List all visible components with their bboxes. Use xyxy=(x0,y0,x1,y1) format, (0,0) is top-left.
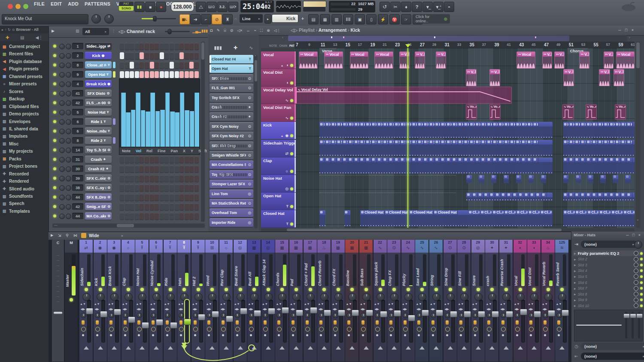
strip-updown-icon[interactable]: ▲▼ xyxy=(191,302,198,305)
mixer-strip-ride[interactable]: 7ŦRide▲▼◀▶ xyxy=(164,240,177,362)
strip-led[interactable] xyxy=(560,288,564,291)
rack-filter-dropdown[interactable]: All ▸ xyxy=(82,28,109,35)
step-cell[interactable] xyxy=(185,184,189,191)
channel-volume-knob[interactable] xyxy=(66,72,71,78)
strip-led[interactable] xyxy=(449,288,452,291)
step-cell[interactable] xyxy=(164,194,169,201)
strip-updown-icon[interactable]: ▲▼ xyxy=(374,302,380,305)
step-cell[interactable] xyxy=(135,71,139,78)
step-cell[interactable] xyxy=(130,43,134,50)
mixer-layout-label[interactable]: Wide xyxy=(89,233,99,238)
channel-enable-led[interactable] xyxy=(53,158,56,161)
strip-fader-track[interactable] xyxy=(451,300,455,343)
step-cell[interactable] xyxy=(170,71,174,78)
graph-tab-x[interactable]: X xyxy=(180,148,188,154)
strip-clock-icon[interactable] xyxy=(487,327,492,332)
mixer-strip-reverb-send[interactable]: 125≋Reverb Send▲▼◀▶ xyxy=(555,240,569,362)
strip-fader-track[interactable] xyxy=(423,300,427,343)
browser-button[interactable]: ▣ xyxy=(355,14,365,24)
track-arrow-icon[interactable]: ▲ xyxy=(281,64,283,67)
strip-updown-icon[interactable]: ▲▼ xyxy=(79,302,86,305)
step-cell[interactable] xyxy=(189,175,194,182)
strip-pan-icon[interactable]: ◀▶ xyxy=(122,308,128,311)
timeline-bar-number[interactable]: 45 xyxy=(532,42,535,47)
pattern-clip[interactable]: ⊟Sid..2⊟Sid..2⊟Sid..2⊟Sid..2⊟Sid..2⊟Sid.… xyxy=(563,140,635,156)
route-arrow-icon[interactable] xyxy=(349,346,355,350)
track-led[interactable] xyxy=(290,81,293,84)
shuffle-slider-handle[interactable] xyxy=(153,16,157,21)
strip-name[interactable]: Rev Clap xyxy=(220,254,225,286)
tools-button[interactable]: ♈ xyxy=(389,14,400,24)
strip-pan-icon[interactable]: ◀▶ xyxy=(304,308,310,311)
mixer-strip-sine-fill[interactable]: 28⊙Sine Fill▲▼◀▶ xyxy=(457,240,471,362)
strip-led[interactable] xyxy=(392,288,396,291)
step-cell[interactable] xyxy=(189,213,194,220)
slice-tool-icon[interactable]: ⌁ xyxy=(254,28,256,33)
channel-enable-led[interactable] xyxy=(53,130,56,133)
step-cell[interactable] xyxy=(125,166,129,172)
timeline-bar-number[interactable]: 55 xyxy=(594,42,598,47)
pattern-clip[interactable]: ⊟ xyxy=(344,210,350,226)
step-cell[interactable] xyxy=(194,194,199,201)
timeline-bar-number[interactable]: 51 xyxy=(569,42,574,47)
route-arrow-icon[interactable] xyxy=(308,346,313,350)
browser-item-mixer-presets[interactable]: ≡Mixer presets xyxy=(2,80,48,87)
channel-volume-knob[interactable] xyxy=(66,138,71,144)
playlist-button[interactable]: ▤ xyxy=(308,14,319,24)
audio-clip[interactable]: ↦V..l xyxy=(542,51,553,69)
menu-patterns[interactable]: PATTERNS xyxy=(82,0,113,8)
step-cell[interactable] xyxy=(160,213,164,220)
strip-led[interactable] xyxy=(239,288,242,291)
strip-led[interactable] xyxy=(407,288,410,291)
strip-updown-icon[interactable]: ▲▼ xyxy=(513,302,520,305)
strip-name[interactable]: Sine Drop xyxy=(444,254,450,286)
step-cell[interactable] xyxy=(130,71,134,78)
channel-pan-knob[interactable] xyxy=(59,44,65,49)
channel-volume-knob[interactable] xyxy=(66,100,71,106)
step-cell[interactable] xyxy=(185,156,189,163)
slot-arrow-icon[interactable]: ▶ xyxy=(573,287,576,290)
browser-item-envelopes[interactable]: ▥Envelopes xyxy=(2,118,48,125)
slot-name[interactable]: Slot 2 xyxy=(578,257,632,261)
strip-pan-knob[interactable] xyxy=(151,313,156,318)
mixer-button[interactable]: ǁǀǁ xyxy=(343,14,353,24)
browser-item-templates[interactable]: ▥Templates xyxy=(2,208,48,215)
picker-item-overhead-tom[interactable]: Overhead Tom◎ xyxy=(210,208,253,217)
timeline-bar-number[interactable]: 39 xyxy=(494,42,499,47)
track-led[interactable] xyxy=(290,152,293,155)
route-arrow-icon[interactable] xyxy=(448,346,453,350)
step-cell[interactable] xyxy=(189,62,194,69)
strip-updown-icon[interactable]: ▲▼ xyxy=(234,302,240,305)
pattern-clip[interactable]: ⊟⊟⊟⊟⊟⊟⊟⊟⊟⊟⊟⊟ xyxy=(563,157,635,174)
picker-item-crash-2[interactable]: Crash #2✦ xyxy=(210,112,253,121)
route-arrow-icon[interactable] xyxy=(112,346,117,350)
step-cell[interactable] xyxy=(135,184,139,191)
mixer-strip-rev-clap[interactable]: 11☼Rev Clap▲▼◀▶ xyxy=(219,240,233,362)
step-cell[interactable] xyxy=(155,175,159,182)
channel-volume-knob[interactable] xyxy=(66,119,71,125)
step-cell[interactable] xyxy=(125,194,129,201)
slot-mix-knob[interactable] xyxy=(634,268,638,273)
slot-enable-led[interactable] xyxy=(640,281,643,284)
strip-fader-track[interactable] xyxy=(493,300,497,343)
strip-name[interactable]: Kick xyxy=(94,254,100,286)
velocity-bar[interactable] xyxy=(121,93,126,147)
pencil-icon[interactable]: ✎ xyxy=(217,28,220,33)
audio-clip[interactable]: ↦V..l xyxy=(554,51,565,69)
graph-tab-note[interactable]: Note xyxy=(119,148,133,154)
pattern-mini-clip[interactable]: ⊟ xyxy=(466,175,471,183)
strip-clock-icon[interactable] xyxy=(501,327,506,332)
rack-menu-icon[interactable]: ▶ xyxy=(52,29,55,33)
add-pattern-icon[interactable]: + xyxy=(300,15,306,21)
velocity-bar[interactable] xyxy=(155,111,160,147)
timeline-bar-number[interactable]: 57 xyxy=(606,42,610,47)
channel-volume-knob[interactable] xyxy=(66,63,71,68)
mixer-strip-sidechain[interactable]: 1⇄Sidechain▲▼◀▶ xyxy=(79,240,93,362)
step-cell[interactable] xyxy=(140,156,144,163)
link-icon[interactable]: ⊘ xyxy=(212,14,222,24)
track-header-vocal-dist[interactable]: Vocal Dist◖ xyxy=(261,69,295,87)
step-cell[interactable] xyxy=(130,184,134,191)
strip-fader-track[interactable] xyxy=(87,300,91,343)
velocity-bar[interactable] xyxy=(136,93,140,147)
channel-enable-led[interactable] xyxy=(53,148,56,151)
